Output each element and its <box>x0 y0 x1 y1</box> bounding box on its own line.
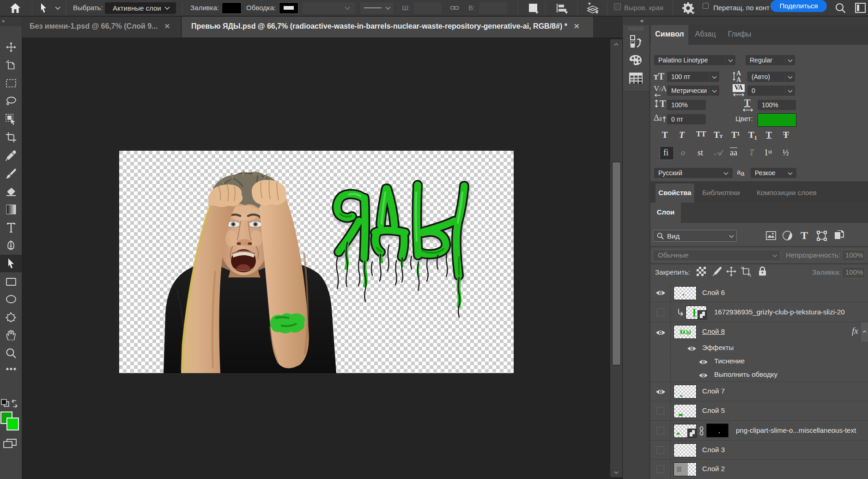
svg-text:A: A <box>736 70 741 77</box>
svg-text:A: A <box>736 76 741 83</box>
